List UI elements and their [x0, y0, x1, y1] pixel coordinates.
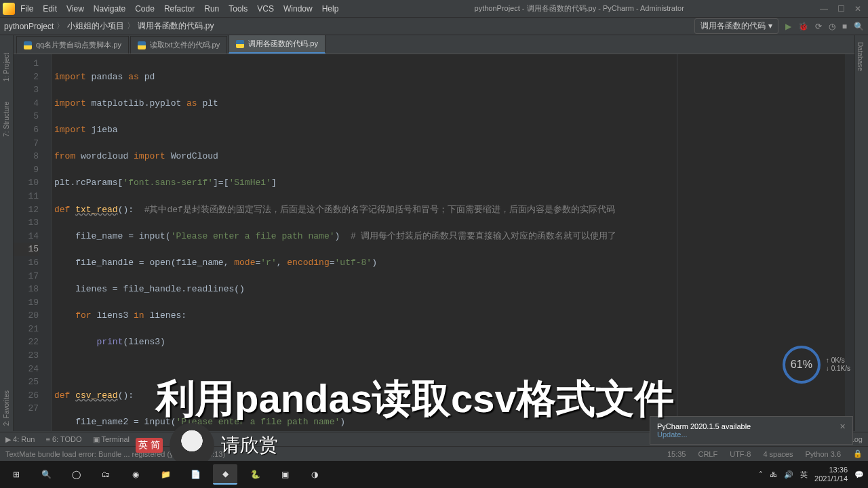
profile-button[interactable]: ◷ — [829, 22, 835, 31]
right-margin — [677, 54, 677, 431]
notification-update-link[interactable]: Update... — [657, 430, 846, 439]
menu-edit[interactable]: Edit — [43, 4, 57, 14]
menu-run[interactable]: Run — [204, 4, 219, 14]
tool-todo[interactable]: ≡ 6: TODO — [45, 435, 81, 443]
menu-vcs[interactable]: VCS — [257, 4, 274, 14]
windows-taskbar: ⊞ 🔍 ◯ 🗂 ◉ 📁 📄 ◆ 🐍 ▣ ◑ ˄ 🖧 🔊 英 13:36 2021… — [0, 461, 868, 488]
cpu-ring: 61% — [783, 346, 821, 384]
tool-favorites[interactable]: 2: Favorites — [3, 390, 10, 426]
notification-title: PyCharm 2020.1.5 available — [657, 422, 846, 430]
close-notification-icon[interactable]: ✕ — [840, 422, 846, 431]
update-notification[interactable]: ✕ PyCharm 2020.1.5 available Update... — [650, 416, 853, 445]
debug-button[interactable]: 🐞 — [798, 22, 808, 31]
line-gutter: 1234567891011121314151617181920212223242… — [14, 54, 52, 431]
menu-window[interactable]: Window — [283, 4, 313, 14]
tray-clock[interactable]: 13:36 2021/1/14 — [814, 466, 848, 483]
tab-file-1[interactable]: qq名片赞自动点赞脚本.py — [16, 36, 129, 54]
explorer-icon[interactable]: 🗂 — [94, 464, 118, 485]
menu-refactor[interactable]: Refactor — [164, 4, 195, 14]
tool-run[interactable]: ▶ 4: Run — [5, 435, 35, 444]
window-title: pythonProject - 调用各函数的代码.py - PyCharm - … — [338, 3, 820, 14]
main-menu: File Edit View Navigate Code Refactor Ru… — [20, 4, 338, 14]
pycharm-logo-icon — [3, 3, 15, 15]
editor-tabs: qq名片赞自动点赞脚本.py 读取txt文件的代码.py 调用各函数的代码.py — [14, 35, 854, 54]
search-button[interactable]: 🔍 — [854, 22, 864, 31]
menu-code[interactable]: Code — [135, 4, 155, 14]
navigation-bar: pythonProject 〉 小姐姐的小项目 〉 调用各函数的代码.py 调用… — [0, 18, 868, 35]
coverage-button[interactable]: ⟳ — [815, 22, 822, 31]
tab-file-3[interactable]: 调用各函数的代码.py — [229, 35, 326, 54]
left-tool-strip: 1: Project 7: Structure 2: Favorites — [0, 35, 14, 431]
menu-help[interactable]: Help — [322, 4, 339, 14]
menu-navigate[interactable]: Navigate — [94, 4, 125, 14]
menu-file[interactable]: File — [20, 4, 33, 14]
app-task-icon[interactable]: ◑ — [302, 464, 327, 485]
ime-badge: 英 简 — [136, 438, 163, 453]
taskview-icon[interactable]: ◯ — [64, 464, 88, 485]
pycharm-task-icon[interactable]: ◆ — [213, 464, 237, 485]
tray-net-icon[interactable]: 🖧 — [770, 470, 777, 479]
system-tray[interactable]: ˄ 🖧 🔊 英 13:36 2021/1/14 💬 — [759, 466, 864, 483]
net-up: ↑ 0K/s — [826, 357, 850, 365]
status-line-sep[interactable]: CRLF — [698, 450, 717, 458]
run-button[interactable]: ▶ — [785, 22, 791, 31]
tray-ime-icon[interactable]: 英 — [800, 470, 808, 480]
tool-terminal[interactable]: ▣ Terminal — [93, 435, 130, 444]
caption-overlay: 利用pandas读取csv格式文件 — [156, 373, 674, 426]
stop-button[interactable]: ■ — [842, 22, 847, 31]
tray-notifications-icon[interactable]: 💬 — [854, 470, 864, 479]
title-bar: File Edit View Navigate Code Refactor Ru… — [0, 0, 868, 18]
folder-icon[interactable]: 📁 — [153, 464, 178, 485]
performance-widget: 61% ↑ 0K/s ↓ 0.1K/s — [783, 346, 850, 384]
python-icon — [24, 41, 32, 49]
search-task-icon[interactable]: 🔍 — [34, 464, 58, 485]
tool-database[interactable]: Database — [856, 42, 864, 71]
tray-sound-icon[interactable]: 🔊 — [784, 470, 793, 479]
cmd-task-icon[interactable]: ▣ — [273, 464, 297, 485]
tool-project[interactable]: 1: Project — [3, 53, 10, 81]
status-caret-pos[interactable]: 15:35 — [667, 450, 686, 458]
editor: qq名片赞自动点赞脚本.py 读取txt文件的代码.py 调用各函数的代码.py… — [14, 35, 854, 431]
status-bar: TextMate bundle load error: Bundle ... r… — [0, 446, 868, 461]
start-button[interactable]: ⊞ — [4, 464, 28, 485]
python-icon — [236, 40, 244, 48]
status-interpreter[interactable]: Python 3.6 — [805, 450, 841, 458]
maximize-icon[interactable]: ☐ — [837, 4, 845, 14]
lock-icon: 🔒 — [853, 449, 863, 458]
close-icon[interactable]: ✕ — [854, 4, 861, 14]
tab-file-2[interactable]: 读取txt文件的代码.py — [130, 36, 227, 54]
breadcrumb-file[interactable]: 调用各函数的代码.py — [138, 20, 214, 32]
status-encoding[interactable]: UTF-8 — [730, 450, 751, 458]
net-down: ↓ 0.1K/s — [826, 365, 850, 373]
python-task-icon[interactable]: 🐍 — [243, 464, 267, 485]
run-configuration-select[interactable]: 调用各函数的代码 ▾ — [694, 18, 778, 34]
menu-view[interactable]: View — [66, 4, 84, 14]
menu-tools[interactable]: Tools — [229, 4, 248, 14]
mascot-caption: 请欣赏 — [221, 432, 278, 458]
tray-up-icon[interactable]: ˄ — [759, 470, 763, 479]
chrome-icon[interactable]: ◉ — [123, 464, 148, 485]
breadcrumb-project[interactable]: pythonProject — [4, 22, 54, 31]
status-indent[interactable]: 4 spaces — [763, 450, 793, 458]
breadcrumb-folder[interactable]: 小姐姐的小项目 — [67, 20, 124, 32]
python-icon — [138, 41, 146, 49]
minimize-icon[interactable]: — — [820, 4, 828, 14]
tool-structure[interactable]: 7: Structure — [3, 102, 10, 137]
right-tool-strip: Database — [854, 35, 868, 431]
notepad-icon[interactable]: 📄 — [183, 464, 208, 485]
